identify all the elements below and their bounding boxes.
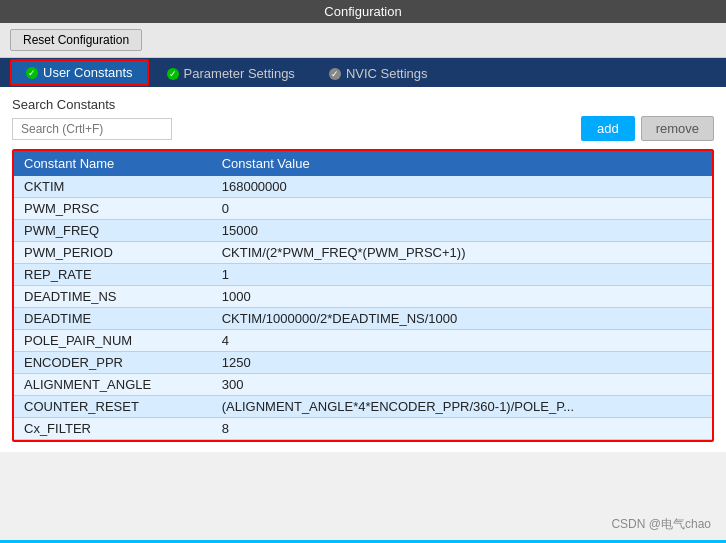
- cell-constant-name: DEADTIME: [14, 308, 212, 330]
- tab-nvic-settings[interactable]: ✓ NVIC Settings: [313, 58, 444, 87]
- table-row[interactable]: POLE_PAIR_NUM4: [14, 330, 712, 352]
- cell-constant-name: PWM_PRSC: [14, 198, 212, 220]
- remove-button[interactable]: remove: [641, 116, 714, 141]
- add-button[interactable]: add: [581, 116, 635, 141]
- constants-table-wrapper: Constant Name Constant Value CKTIM168000…: [12, 149, 714, 442]
- search-label: Search Constants: [12, 97, 714, 112]
- table-row[interactable]: PWM_PRSC0: [14, 198, 712, 220]
- cell-constant-name: POLE_PAIR_NUM: [14, 330, 212, 352]
- title-label: Configuration: [324, 4, 401, 19]
- header-constant-name: Constant Name: [14, 151, 212, 176]
- table-row[interactable]: COUNTER_RESET(ALIGNMENT_ANGLE*4*ENCODER_…: [14, 396, 712, 418]
- table-row[interactable]: Cx_FILTER8: [14, 418, 712, 440]
- table-row[interactable]: PWM_PERIODCKTIM/(2*PWM_FREQ*(PWM_PRSC+1)…: [14, 242, 712, 264]
- cell-constant-value: CKTIM/(2*PWM_FREQ*(PWM_PRSC+1)): [212, 242, 712, 264]
- cell-constant-value: 168000000: [212, 176, 712, 198]
- content-area: Search Constants add remove Constant Nam…: [0, 87, 726, 452]
- cell-constant-name: ALIGNMENT_ANGLE: [14, 374, 212, 396]
- watermark: CSDN @电气chao: [611, 516, 711, 533]
- search-row: add remove: [12, 116, 714, 141]
- tab-user-constants[interactable]: ✓ User Constants: [10, 59, 149, 86]
- table-row[interactable]: ENCODER_PPR1250: [14, 352, 712, 374]
- cell-constant-name: Cx_FILTER: [14, 418, 212, 440]
- cell-constant-value: CKTIM/1000000/2*DEADTIME_NS/1000: [212, 308, 712, 330]
- search-input[interactable]: [12, 118, 172, 140]
- table-row[interactable]: PWM_FREQ15000: [14, 220, 712, 242]
- cell-constant-value: 8: [212, 418, 712, 440]
- table-header-row: Constant Name Constant Value: [14, 151, 712, 176]
- cell-constant-value: 1250: [212, 352, 712, 374]
- table-row[interactable]: ALIGNMENT_ANGLE300: [14, 374, 712, 396]
- tab-nvic-settings-icon: ✓: [329, 68, 341, 80]
- cell-constant-value: (ALIGNMENT_ANGLE*4*ENCODER_PPR/360-1)/PO…: [212, 396, 712, 418]
- table-row[interactable]: REP_RATE1: [14, 264, 712, 286]
- cell-constant-name: COUNTER_RESET: [14, 396, 212, 418]
- cell-constant-name: CKTIM: [14, 176, 212, 198]
- cell-constant-name: PWM_FREQ: [14, 220, 212, 242]
- table-row[interactable]: CKTIM168000000: [14, 176, 712, 198]
- table-row[interactable]: DEADTIME_NS1000: [14, 286, 712, 308]
- title-bar: Configuration: [0, 0, 726, 23]
- cell-constant-value: 300: [212, 374, 712, 396]
- header-constant-value: Constant Value: [212, 151, 712, 176]
- table-row[interactable]: DEADTIMECKTIM/1000000/2*DEADTIME_NS/1000: [14, 308, 712, 330]
- tabs-row: ✓ User Constants ✓ Parameter Settings ✓ …: [0, 58, 726, 87]
- cell-constant-value: 1: [212, 264, 712, 286]
- cell-constant-name: REP_RATE: [14, 264, 212, 286]
- cell-constant-value: 15000: [212, 220, 712, 242]
- tab-parameter-settings[interactable]: ✓ Parameter Settings: [151, 58, 311, 87]
- cell-constant-name: DEADTIME_NS: [14, 286, 212, 308]
- toolbar: Reset Configuration: [0, 23, 726, 58]
- tab-user-constants-icon: ✓: [26, 67, 38, 79]
- cell-constant-value: 4: [212, 330, 712, 352]
- table-body: CKTIM168000000PWM_PRSC0PWM_FREQ15000PWM_…: [14, 176, 712, 440]
- cell-constant-name: PWM_PERIOD: [14, 242, 212, 264]
- cell-constant-name: ENCODER_PPR: [14, 352, 212, 374]
- reset-configuration-button[interactable]: Reset Configuration: [10, 29, 142, 51]
- constants-table: Constant Name Constant Value CKTIM168000…: [14, 151, 712, 440]
- tab-parameter-settings-icon: ✓: [167, 68, 179, 80]
- action-buttons: add remove: [581, 116, 714, 141]
- cell-constant-value: 0: [212, 198, 712, 220]
- cell-constant-value: 1000: [212, 286, 712, 308]
